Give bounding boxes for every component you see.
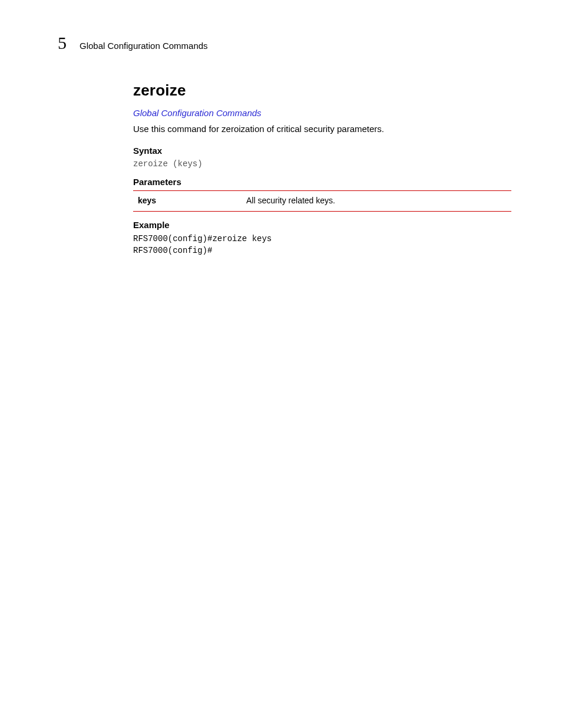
running-head: 5 Global Configuration Commands: [58, 33, 511, 53]
command-heading: zeroize: [133, 81, 511, 100]
chapter-number: 5: [58, 33, 67, 53]
table-row: keys All security related keys.: [133, 191, 511, 212]
example-code: RFS7000(config)#zeroize keys RFS7000(con…: [133, 233, 511, 256]
param-desc: All security related keys.: [242, 191, 511, 212]
command-description: Use this command for zeroization of crit…: [133, 123, 511, 135]
chapter-title: Global Configuration Commands: [80, 41, 208, 51]
content-body: zeroize Global Configuration Commands Us…: [133, 81, 511, 256]
page: 5 Global Configuration Commands zeroize …: [0, 0, 562, 728]
parameters-heading: Parameters: [133, 177, 511, 187]
param-name: keys: [133, 191, 242, 212]
breadcrumb-link[interactable]: Global Configuration Commands: [133, 108, 262, 118]
syntax-heading: Syntax: [133, 146, 511, 156]
syntax-code: zeroize (keys): [133, 159, 511, 169]
parameters-table: keys All security related keys.: [133, 190, 511, 212]
example-heading: Example: [133, 220, 511, 230]
